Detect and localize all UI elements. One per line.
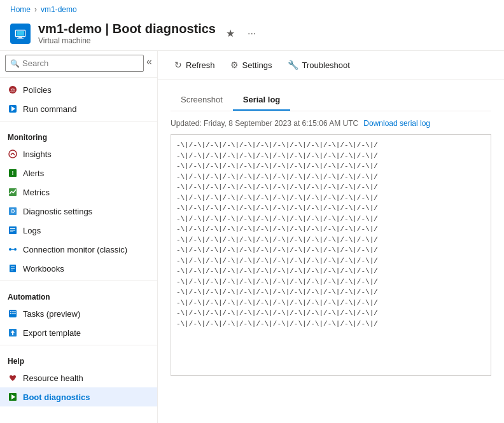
troubleshoot-label: Troubleshoot xyxy=(302,60,350,70)
page-title: vm1-demo | Boot diagnostics xyxy=(38,22,216,36)
insights-icon xyxy=(8,149,18,159)
svg-rect-3 xyxy=(18,37,22,38)
sidebar-label-diagnostic-settings: Diagnostic settings xyxy=(23,207,92,216)
logs-icon xyxy=(8,225,18,235)
alerts-icon: ! xyxy=(8,168,18,178)
log-line: -\|/-\|/-\|/-\|/-\|/-\|/-\|/-\|/-\|/-\|/… xyxy=(176,151,486,162)
svg-rect-29 xyxy=(12,312,16,312)
log-line: -\|/-\|/-\|/-\|/-\|/-\|/-\|/-\|/-\|/-\|/… xyxy=(176,203,486,214)
sidebar-item-diagnostic-settings[interactable]: ⚙ Diagnostic settings xyxy=(0,202,157,221)
refresh-button[interactable]: Refresh xyxy=(168,56,221,74)
log-line: -\|/-\|/-\|/-\|/-\|/-\|/-\|/-\|/-\|/-\|/… xyxy=(176,224,486,235)
favorite-button[interactable]: ★ xyxy=(223,26,237,41)
content-inner: Screenshot Serial log Updated: Friday, 8… xyxy=(158,80,504,423)
serial-log-box[interactable]: -\|/-\|/-\|/-\|/-\|/-\|/-\|/-\|/-\|/-\|/… xyxy=(171,134,491,376)
sidebar-label-alerts: Alerts xyxy=(23,169,44,178)
log-line: -\|/-\|/-\|/-\|/-\|/-\|/-\|/-\|/-\|/-\|/… xyxy=(176,235,486,246)
log-line: -\|/-\|/-\|/-\|/-\|/-\|/-\|/-\|/-\|/-\|/… xyxy=(176,298,486,309)
svg-point-9 xyxy=(9,150,17,158)
download-serial-log-link[interactable]: Download serial log xyxy=(363,119,430,128)
svg-text:!: ! xyxy=(12,170,14,176)
main-layout: 🔍 « ⚖ Policies Run command Monitoring In… xyxy=(0,51,504,423)
svg-text:⚖: ⚖ xyxy=(10,87,15,94)
svg-rect-2 xyxy=(17,31,24,36)
svg-text:⚙: ⚙ xyxy=(10,208,15,214)
sidebar-item-metrics[interactable]: Metrics xyxy=(0,183,157,202)
breadcrumb: Home › vm1-demo xyxy=(0,0,504,19)
sidebar-label-tasks: Tasks (preview) xyxy=(23,309,80,319)
health-icon xyxy=(8,373,18,383)
sidebar-label-logs: Logs xyxy=(23,226,41,235)
log-line: -\|/-\|/-\|/-\|/-\|/-\|/-\|/-\|/-\|/-\|/… xyxy=(176,319,486,329)
page-title-group: vm1-demo | Boot diagnostics Virtual mach… xyxy=(38,22,216,45)
toolbar: Refresh Settings 🔧 Troubleshoot xyxy=(158,51,504,80)
log-line: -\|/-\|/-\|/-\|/-\|/-\|/-\|/-\|/-\|/-\|/… xyxy=(176,256,486,267)
tab-serial-log[interactable]: Serial log xyxy=(233,90,291,111)
log-line: -\|/-\|/-\|/-\|/-\|/-\|/-\|/-\|/-\|/-\|/… xyxy=(176,182,486,193)
sidebar-item-insights[interactable]: Insights xyxy=(0,144,157,163)
search-input[interactable] xyxy=(5,55,144,72)
workbooks-icon xyxy=(8,263,18,274)
svg-rect-30 xyxy=(12,314,16,314)
svg-rect-23 xyxy=(11,267,15,267)
sidebar-label-resource-health: Resource health xyxy=(23,373,83,383)
tasks-icon xyxy=(8,309,18,319)
sidebar-label-connection-monitor: Connection monitor (classic) xyxy=(23,245,127,254)
svg-point-28 xyxy=(10,313,11,314)
breadcrumb-current: vm1-demo xyxy=(41,5,77,14)
refresh-label: Refresh xyxy=(186,60,215,70)
metrics-icon xyxy=(8,187,18,197)
sidebar-item-tasks[interactable]: Tasks (preview) xyxy=(0,304,157,323)
sidebar-label-export-template: Export template xyxy=(23,328,81,338)
sidebar-label-run-command: Run command xyxy=(23,104,77,114)
settings-icon xyxy=(230,60,239,70)
svg-rect-18 xyxy=(10,232,13,232)
log-line: -\|/-\|/-\|/-\|/-\|/-\|/-\|/-\|/-\|/-\|/… xyxy=(176,277,486,288)
breadcrumb-home[interactable]: Home xyxy=(10,5,31,14)
refresh-icon xyxy=(174,60,182,70)
sidebar-item-export-template[interactable]: Export template xyxy=(0,323,157,342)
sidebar-item-connection-monitor[interactable]: Connection monitor (classic) xyxy=(0,240,157,259)
log-line: -\|/-\|/-\|/-\|/-\|/-\|/-\|/-\|/-\|/-\|/… xyxy=(176,287,486,298)
sidebar-item-boot-diagnostics[interactable]: Boot diagnostics xyxy=(0,387,157,406)
policy-icon: ⚖ xyxy=(8,85,18,95)
troubleshoot-icon: 🔧 xyxy=(288,60,298,70)
log-line: -\|/-\|/-\|/-\|/-\|/-\|/-\|/-\|/-\|/-\|/… xyxy=(176,193,486,204)
sidebar: 🔍 « ⚖ Policies Run command Monitoring In… xyxy=(0,51,158,423)
log-line: -\|/-\|/-\|/-\|/-\|/-\|/-\|/-\|/-\|/-\|/… xyxy=(176,214,486,225)
updated-text: Updated: Friday, 8 September 2023 at 6:1… xyxy=(171,119,358,128)
svg-point-19 xyxy=(9,248,11,251)
sidebar-item-run-command[interactable]: Run command xyxy=(0,99,157,118)
log-line: -\|/-\|/-\|/-\|/-\|/-\|/-\|/-\|/-\|/-\|/… xyxy=(176,161,486,172)
sidebar-item-logs[interactable]: Logs xyxy=(0,221,157,240)
svg-rect-4 xyxy=(17,38,24,39)
sidebar-item-policies[interactable]: ⚖ Policies xyxy=(0,80,157,99)
troubleshoot-button[interactable]: 🔧 Troubleshoot xyxy=(281,56,356,74)
svg-point-20 xyxy=(14,248,17,251)
sidebar-label-policies: Policies xyxy=(23,85,52,95)
sidebar-item-alerts[interactable]: ! Alerts xyxy=(0,163,157,183)
collapse-button[interactable]: « xyxy=(146,56,152,67)
tab-screenshot[interactable]: Screenshot xyxy=(171,90,233,111)
run-icon xyxy=(8,104,18,114)
more-options-button[interactable]: ··· xyxy=(245,27,258,41)
sidebar-item-resource-health[interactable]: Resource health xyxy=(0,368,157,387)
tabs: Screenshot Serial log xyxy=(171,90,491,111)
svg-rect-25 xyxy=(11,270,13,270)
log-line: -\|/-\|/-\|/-\|/-\|/-\|/-\|/-\|/-\|/-\|/… xyxy=(176,140,486,151)
log-line: -\|/-\|/-\|/-\|/-\|/-\|/-\|/-\|/-\|/-\|/… xyxy=(176,172,486,183)
page-header: vm1-demo | Boot diagnostics Virtual mach… xyxy=(0,19,504,51)
sidebar-label-workbooks: Workbooks xyxy=(23,264,64,274)
log-line: -\|/-\|/-\|/-\|/-\|/-\|/-\|/-\|/-\|/-\|/… xyxy=(176,266,486,277)
settings-button[interactable]: Settings xyxy=(224,56,279,74)
sidebar-item-workbooks[interactable]: Workbooks xyxy=(0,259,157,278)
svg-rect-16 xyxy=(10,228,15,229)
conn-icon xyxy=(8,244,18,254)
sidebar-label-metrics: Metrics xyxy=(23,188,50,197)
svg-rect-17 xyxy=(10,230,15,231)
sidebar-label-insights: Insights xyxy=(23,149,52,159)
svg-rect-24 xyxy=(11,268,15,269)
log-line: -\|/-\|/-\|/-\|/-\|/-\|/-\|/-\|/-\|/-\|/… xyxy=(176,245,486,256)
updated-line: Updated: Friday, 8 September 2023 at 6:1… xyxy=(171,119,491,128)
breadcrumb-separator: › xyxy=(34,5,37,14)
